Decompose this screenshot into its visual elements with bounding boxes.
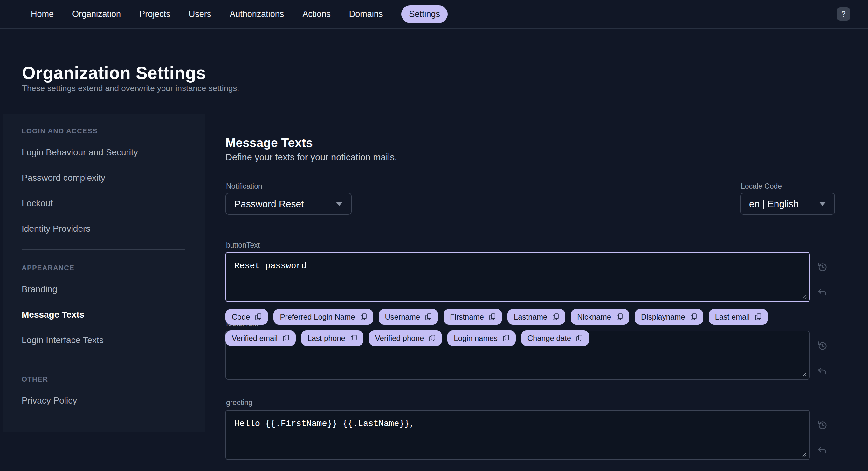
nav-item-domains[interactable]: Domains [349,10,383,19]
chip-label: Code [232,313,250,321]
chip-username[interactable]: Username [379,309,438,325]
sidebar-item-login-behaviour-and-security[interactable]: Login Behaviour and Security [22,147,205,157]
notification-select-value: Password Reset [234,199,304,209]
copy-icon [551,313,560,321]
nav-item-actions[interactable]: Actions [302,10,331,19]
chip-last-phone[interactable]: Last phone [301,330,364,346]
copy-icon [488,313,497,321]
button-text-label: buttonText [226,241,260,249]
notification-select[interactable]: Password Reset [225,193,352,215]
notification-label: Notification [226,182,262,190]
greeting-history-icon[interactable] [816,419,828,431]
sidebar-divider [22,249,185,250]
sidebar-item-lockout[interactable]: Lockout [22,198,205,208]
sidebar-item-message-texts-active[interactable]: Message Texts [22,310,205,320]
chip-label: Displayname [641,313,685,321]
placeholder-chip-list: Code Preferred Login Name Username First… [225,309,798,346]
locale-select-value: en | English [749,199,799,209]
chip-code[interactable]: Code [225,309,268,325]
chip-label: Last phone [307,334,345,343]
copy-icon [349,334,358,343]
chip-lastname[interactable]: Lastname [507,309,565,325]
sidebar-item-privacy-policy[interactable]: Privacy Policy [22,395,205,406]
chip-label: Nickname [577,313,611,321]
greeting-textarea[interactable]: Hello {{.FirstName}} {{.LastName}}, [225,410,810,460]
nav-item-settings-active[interactable]: Settings [401,5,448,23]
copy-icon [689,313,698,321]
chip-label: Verified email [232,334,278,343]
section-title: Message Texts [225,136,313,150]
chip-label: Last email [715,313,750,321]
chip-label: Firstname [450,313,484,321]
chip-change-date[interactable]: Change date [521,330,589,346]
sidebar-section-appearance: APPEARANCE [22,264,205,272]
chip-label: Lastname [514,313,547,321]
footer-text-undo-icon[interactable] [816,365,828,377]
sidebar-item-branding[interactable]: Branding [22,284,205,294]
copy-icon [424,313,433,321]
chip-label: Username [385,313,420,321]
copy-icon [502,334,510,343]
copy-icon [575,334,584,343]
top-nav: Home Organization Projects Users Authori… [0,0,868,29]
footer-text-history-icon[interactable] [816,340,828,351]
chip-last-email[interactable]: Last email [709,309,768,325]
chevron-down-icon [819,202,826,206]
sidebar-section-login-and-access: LOGIN AND ACCESS [22,127,205,135]
help-button[interactable]: ? [837,7,850,21]
nav-item-users[interactable]: Users [189,10,211,19]
chip-label: Preferred Login Name [280,313,355,321]
chip-preferred-login-name[interactable]: Preferred Login Name [273,309,373,325]
chip-label: Login names [454,334,497,343]
chevron-down-icon [336,202,343,206]
copy-icon [359,313,368,321]
nav-item-organization[interactable]: Organization [72,10,121,19]
nav-item-projects[interactable]: Projects [139,10,170,19]
copy-icon [754,313,763,321]
chip-label: Verified phone [375,334,424,343]
greeting-undo-icon[interactable] [816,445,828,456]
chip-verified-email[interactable]: Verified email [225,330,296,346]
greeting-label: greeting [226,399,252,407]
chip-verified-phone[interactable]: Verified phone [369,330,442,346]
section-subtitle: Define your texts for your notication ma… [225,152,397,163]
copy-icon [428,334,437,343]
button-text-history-icon[interactable] [816,261,828,272]
sidebar-item-password-complexity[interactable]: Password complexity [22,173,205,183]
nav-item-home[interactable]: Home [31,10,54,19]
sidebar-divider [22,360,185,361]
sidebar-section-other: OTHER [22,375,205,383]
sidebar-item-identity-providers[interactable]: Identity Providers [22,224,205,234]
locale-select[interactable]: en | English [740,193,835,215]
copy-icon [282,334,290,343]
copy-icon [615,313,624,321]
copy-icon [254,313,262,321]
chip-firstname[interactable]: Firstname [443,309,502,325]
settings-sidebar: LOGIN AND ACCESS Login Behaviour and Sec… [3,114,205,432]
locale-code-label: Locale Code [741,182,782,190]
button-text-undo-icon[interactable] [816,287,828,298]
page-subtitle: These settings extend and overwrite your… [22,83,240,93]
chip-login-names[interactable]: Login names [447,330,516,346]
chip-label: Change date [527,334,571,343]
button-text-textarea[interactable]: Reset password [225,252,810,302]
page-title: Organization Settings [22,63,206,83]
nav-item-authorizations[interactable]: Authorizations [229,10,284,19]
sidebar-item-login-interface-texts[interactable]: Login Interface Texts [22,335,205,345]
chip-displayname[interactable]: Displayname [634,309,703,325]
chip-nickname[interactable]: Nickname [571,309,629,325]
